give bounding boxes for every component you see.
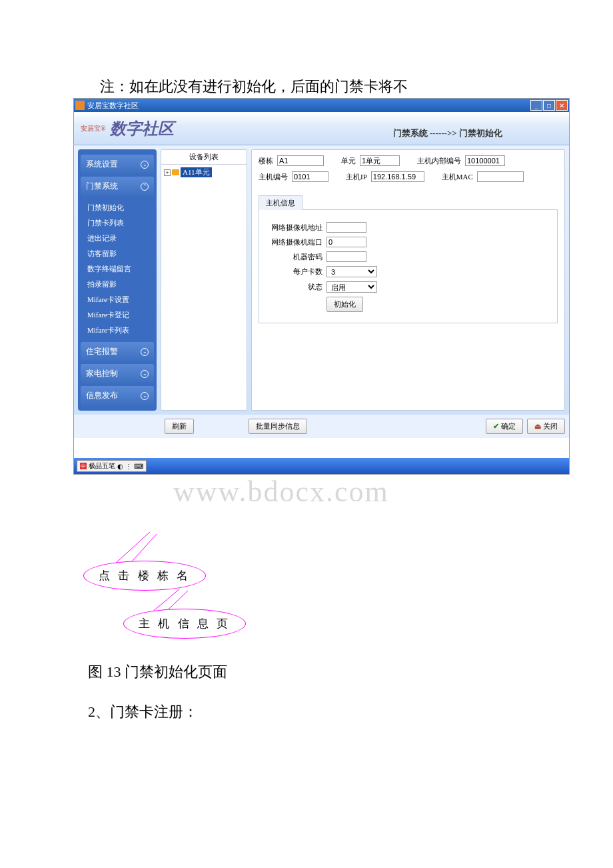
sidebar-item[interactable]: 拍录留影 bbox=[78, 277, 157, 292]
sidebar: 系统设置 ⌄ 门禁系统 ⌃ 门禁初始化 门禁卡列表 进出记录 访客留影 数字终端… bbox=[78, 149, 157, 411]
inner-label: 主机内部编号 bbox=[417, 156, 461, 166]
sidebar-item[interactable]: Mifare卡列表 bbox=[78, 323, 157, 338]
maximize-button[interactable]: □ bbox=[543, 100, 555, 111]
app-icon bbox=[75, 101, 85, 110]
cam-addr-input[interactable] bbox=[326, 222, 366, 233]
ime-extra-icon: ⋮ bbox=[125, 463, 132, 470]
hostno-label: 主机编号 bbox=[259, 172, 288, 182]
breadcrumb-sep: ------>> bbox=[430, 128, 459, 138]
sidebar-item[interactable]: 门禁初始化 bbox=[78, 200, 157, 215]
folder-icon bbox=[172, 169, 179, 175]
breadcrumb: 门禁系统 ------>> 门禁初始化 bbox=[393, 127, 502, 139]
building-label: 楼栋 bbox=[259, 156, 273, 166]
sidebar-label: 住宅报警 bbox=[86, 346, 118, 357]
sidebar-item[interactable]: 数字终端留言 bbox=[78, 261, 157, 277]
hostno-input[interactable] bbox=[292, 171, 328, 182]
cam-addr-label: 网络摄像机地址 bbox=[266, 223, 322, 233]
titlebar: 安居宝数字社区 _ □ ✕ bbox=[74, 99, 569, 112]
sidebar-item[interactable]: 访客留影 bbox=[78, 246, 157, 261]
sidebar-group-system[interactable]: 系统设置 ⌄ bbox=[81, 155, 154, 174]
ok-button[interactable]: ✔确定 bbox=[486, 419, 523, 434]
sidebar-item[interactable]: Mifare卡登记 bbox=[78, 307, 157, 323]
ime-label: 极品五笔 bbox=[89, 461, 115, 471]
ime-indicator[interactable]: 中 极品五笔 ◐ ⋮ ⌨ bbox=[77, 460, 147, 472]
tree-node-label: A11单元 bbox=[181, 167, 212, 177]
sidebar-group-alarm[interactable]: 住宅报警 ⌄ bbox=[81, 342, 154, 361]
refresh-button[interactable]: 刷新 bbox=[165, 419, 194, 434]
hostmac-label: 主机MAC bbox=[442, 172, 473, 182]
callouts: 点 击 楼 栋 名 主 机 信 息 页 bbox=[73, 529, 570, 642]
logo-badge: 安居宝® bbox=[81, 124, 106, 133]
app-header: 安居宝® 数字社区 门禁系统 ------>> 门禁初始化 bbox=[74, 112, 569, 145]
unit-input[interactable] bbox=[360, 155, 400, 166]
close-button[interactable]: ✕ bbox=[556, 100, 568, 111]
sidebar-label: 家电控制 bbox=[86, 368, 118, 379]
sidebar-group-info[interactable]: 信息发布 ⌄ bbox=[81, 386, 154, 405]
bottom-bar: 刷新 批量同步信息 ✔确定 ⏏关闭 bbox=[74, 415, 569, 438]
device-tree: 设备列表 + A11单元 bbox=[161, 149, 247, 411]
figure-caption: 图 13 门禁初始化页面 bbox=[88, 662, 613, 682]
chevron-down-icon: ⌄ bbox=[141, 161, 149, 169]
watermark: www.bdocx.com bbox=[173, 475, 613, 509]
unit-label: 单元 bbox=[341, 156, 356, 166]
cards-select[interactable]: 3 bbox=[326, 266, 377, 277]
logo-text: 数字社区 bbox=[110, 118, 174, 139]
cam-port-input[interactable] bbox=[326, 237, 366, 247]
sidebar-item[interactable]: Mifare卡设置 bbox=[78, 292, 157, 307]
sidebar-group-appliance[interactable]: 家电控制 ⌄ bbox=[81, 364, 154, 383]
hostip-input[interactable] bbox=[371, 171, 424, 182]
tree-title: 设备列表 bbox=[161, 150, 247, 165]
cam-port-label: 网络摄像机端口 bbox=[266, 237, 322, 247]
tree-node[interactable]: + A11单元 bbox=[164, 167, 244, 177]
ime-extra-icon: ◐ bbox=[117, 463, 123, 470]
main-panel: 楼栋 单元 主机内部编号 主机编号 主机IP 主机MAC 主机信息 bbox=[251, 149, 565, 411]
sidebar-label: 门禁系统 bbox=[86, 181, 118, 192]
app-title: 安居宝数字社区 bbox=[87, 101, 530, 111]
breadcrumb-page: 门禁初始化 bbox=[459, 128, 502, 138]
doc-note: 注：如在此没有进行初始化，后面的门禁卡将不 bbox=[100, 77, 613, 97]
init-button[interactable]: 初始化 bbox=[326, 297, 363, 312]
hostmac-input[interactable] bbox=[477, 171, 524, 182]
chevron-down-icon: ⌄ bbox=[141, 370, 149, 378]
batch-sync-button[interactable]: 批量同步信息 bbox=[249, 419, 307, 434]
building-input[interactable] bbox=[277, 155, 324, 166]
taskbar: 中 极品五笔 ◐ ⋮ ⌨ bbox=[74, 458, 569, 474]
ime-extra-icon: ⌨ bbox=[134, 463, 143, 470]
hostinfo-box: 网络摄像机地址 网络摄像机端口 机器密码 每户卡数 3 bbox=[259, 209, 558, 323]
chevron-down-icon: ⌄ bbox=[141, 348, 149, 356]
hostip-label: 主机IP bbox=[346, 172, 367, 182]
expand-icon[interactable]: + bbox=[164, 169, 171, 176]
sidebar-item[interactable]: 门禁卡列表 bbox=[78, 215, 157, 231]
minimize-button[interactable]: _ bbox=[530, 100, 542, 111]
chevron-down-icon: ⌄ bbox=[141, 392, 149, 400]
pwd-input[interactable] bbox=[326, 251, 366, 262]
callout-bubble-building: 点 击 楼 栋 名 bbox=[83, 561, 206, 591]
exit-icon: ⏏ bbox=[534, 422, 541, 431]
status-select[interactable]: 启用 bbox=[326, 281, 377, 293]
breadcrumb-system: 门禁系统 bbox=[393, 128, 428, 138]
cards-label: 每户卡数 bbox=[266, 267, 322, 277]
chevron-up-icon: ⌃ bbox=[141, 183, 149, 191]
sidebar-label: 系统设置 bbox=[86, 159, 118, 170]
sidebar-group-access[interactable]: 门禁系统 ⌃ bbox=[81, 177, 154, 196]
ime-icon: 中 bbox=[80, 463, 87, 469]
sidebar-label: 信息发布 bbox=[86, 390, 118, 401]
inner-input[interactable] bbox=[465, 155, 505, 166]
app-screenshot: 安居宝数字社区 _ □ ✕ 安居宝® 数字社区 门禁系统 ------>> 门禁… bbox=[73, 98, 570, 475]
section-heading: 2、门禁卡注册： bbox=[88, 702, 613, 722]
close-panel-button[interactable]: ⏏关闭 bbox=[527, 419, 565, 434]
hostinfo-tab[interactable]: 主机信息 bbox=[259, 195, 303, 210]
status-label: 状态 bbox=[266, 282, 322, 292]
callout-bubble-hostinfo: 主 机 信 息 页 bbox=[123, 609, 246, 639]
sidebar-item[interactable]: 进出记录 bbox=[78, 231, 157, 246]
pwd-label: 机器密码 bbox=[266, 252, 322, 262]
check-icon: ✔ bbox=[493, 422, 499, 431]
